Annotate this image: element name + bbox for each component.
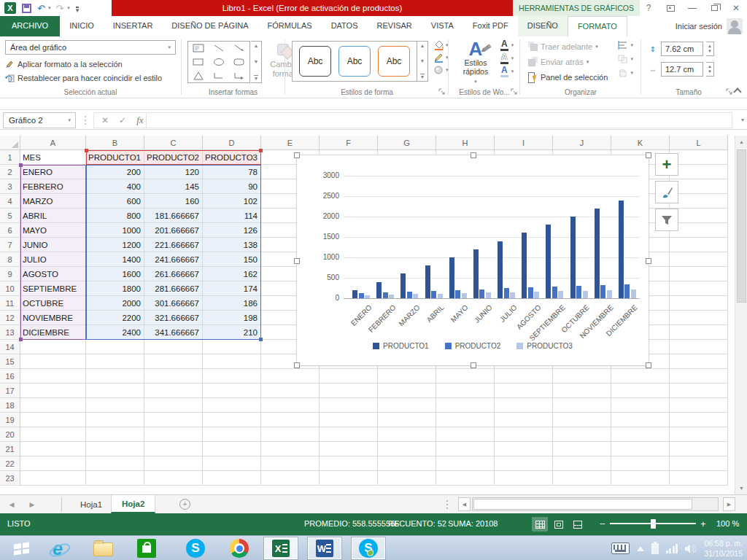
new-sheet-button[interactable]: + xyxy=(179,499,190,510)
cell-G21[interactable] xyxy=(378,442,436,456)
ribbon-tab-f-rmulas[interactable]: FÓRMULAS xyxy=(258,16,322,36)
touch-keyboard-icon[interactable] xyxy=(611,542,630,554)
chart-element-dropdown[interactable]: Área del gráfico ▾ xyxy=(5,40,176,55)
vertical-scroll-thumb[interactable] xyxy=(737,149,746,303)
cell-C6[interactable]: 201.666667 xyxy=(144,223,203,238)
chart-handle[interactable] xyxy=(646,152,651,158)
scroll-up-icon[interactable]: ▲ xyxy=(420,43,425,48)
cell-A11[interactable]: OCTUBRE xyxy=(20,296,86,311)
horizontal-scroll-track[interactable] xyxy=(472,497,719,511)
cell-A14[interactable] xyxy=(20,340,86,354)
column-header-c[interactable]: C xyxy=(144,136,203,150)
cell-A18[interactable] xyxy=(20,398,86,413)
cell-C8[interactable]: 241.666667 xyxy=(144,252,203,267)
cell-L16[interactable] xyxy=(670,369,728,384)
cell-D21[interactable] xyxy=(203,442,261,456)
cell-L9[interactable] xyxy=(670,267,728,281)
page-break-view-button[interactable] xyxy=(570,517,586,532)
cell-D17[interactable] xyxy=(203,384,261,398)
sheet-nav-right-icon[interactable]: ▶ xyxy=(23,495,41,513)
shape-style-preview-2[interactable]: Abc xyxy=(338,46,371,77)
cell-K16[interactable] xyxy=(611,369,670,384)
cell-G17[interactable] xyxy=(378,384,436,398)
cell-C14[interactable] xyxy=(144,340,203,354)
insert-function-icon[interactable]: fx xyxy=(136,114,143,126)
row-header-1[interactable]: 1 xyxy=(0,150,20,165)
cell-K23[interactable] xyxy=(611,471,670,486)
normal-view-button[interactable] xyxy=(532,517,548,532)
ribbon-tab-archivo[interactable]: ARCHIVO xyxy=(0,16,60,36)
cell-H19[interactable] xyxy=(436,413,495,427)
cell-F19[interactable] xyxy=(320,413,378,427)
close-button[interactable]: ✕ xyxy=(725,0,747,16)
chart-filters-button[interactable] xyxy=(655,209,678,231)
column-header-d[interactable]: D xyxy=(203,136,261,150)
cell-J18[interactable] xyxy=(553,398,611,413)
textbox-shape-icon[interactable] xyxy=(188,42,209,55)
cell-A23[interactable] xyxy=(20,471,86,486)
column-header-b[interactable]: B xyxy=(86,136,144,150)
cell-I19[interactable] xyxy=(495,413,553,427)
cell-A20[interactable] xyxy=(20,427,86,442)
width-input[interactable]: 12.7 cm xyxy=(661,62,703,77)
undo-caret-icon[interactable]: ▾ xyxy=(48,5,51,11)
shape-style-scrollbar[interactable]: ▲▼▼ xyxy=(417,41,428,82)
rotate-button[interactable]: ▾ xyxy=(618,69,633,77)
sheet-tab-hoja2[interactable]: Hoja2 xyxy=(111,495,155,513)
cell-B9[interactable]: 1600 xyxy=(86,267,144,281)
row-header-19[interactable]: 19 xyxy=(0,413,20,427)
cell-L23[interactable] xyxy=(670,471,728,486)
cell-B3[interactable]: 400 xyxy=(86,179,144,194)
cell-D12[interactable]: 198 xyxy=(203,311,261,325)
cell-D22[interactable] xyxy=(203,456,261,471)
restore-button[interactable] xyxy=(703,0,725,16)
cell-G19[interactable] xyxy=(378,413,436,427)
cell-A1[interactable]: MES xyxy=(20,150,86,165)
cell-B8[interactable]: 1400 xyxy=(86,252,144,267)
redo-icon[interactable]: ↶ xyxy=(56,4,64,13)
row-header-11[interactable]: 11 xyxy=(0,296,20,311)
shape-gallery[interactable] xyxy=(187,41,250,83)
sign-in[interactable]: Iniciar sesión xyxy=(676,16,743,36)
cell-K18[interactable] xyxy=(611,398,670,413)
cell-B14[interactable] xyxy=(86,340,144,354)
cell-J16[interactable] xyxy=(553,369,611,384)
redo-caret-icon[interactable]: ▾ xyxy=(67,5,70,11)
cell-C7[interactable]: 221.666667 xyxy=(144,238,203,252)
scroll-up-icon[interactable]: ▲ xyxy=(254,43,259,48)
cell-B15[interactable] xyxy=(86,354,144,369)
cell-D9[interactable]: 162 xyxy=(203,267,261,281)
cell-F21[interactable] xyxy=(320,442,378,456)
cell-E23[interactable] xyxy=(261,471,320,486)
cell-I17[interactable] xyxy=(495,384,553,398)
scroll-down-icon[interactable]: ▼ xyxy=(254,59,259,64)
column-header-i[interactable]: I xyxy=(495,136,553,150)
zoom-out-button[interactable]: − xyxy=(600,518,605,529)
cell-B19[interactable] xyxy=(86,413,144,427)
shape-styles-dialog-launcher[interactable] xyxy=(438,88,446,96)
row-header-4[interactable]: 4 xyxy=(0,194,20,209)
cell-B23[interactable] xyxy=(86,471,144,486)
cell-B17[interactable] xyxy=(86,384,144,398)
taskbar-file-explorer[interactable] xyxy=(86,537,120,559)
chart-styles-button[interactable] xyxy=(655,181,678,203)
cell-H18[interactable] xyxy=(436,398,495,413)
cell-G22[interactable] xyxy=(378,456,436,471)
zoom-level[interactable]: 100 % xyxy=(716,519,739,528)
column-header-k[interactable]: K xyxy=(611,136,670,150)
taskbar-chrome[interactable] xyxy=(222,537,256,559)
cell-C11[interactable]: 301.666667 xyxy=(144,296,203,311)
cell-J20[interactable] xyxy=(553,427,611,442)
cell-E20[interactable] xyxy=(261,427,320,442)
cell-G20[interactable] xyxy=(378,427,436,442)
page-layout-view-button[interactable] xyxy=(551,517,567,532)
cell-B4[interactable]: 600 xyxy=(86,194,144,209)
ribbon-tab-vista[interactable]: VISTA xyxy=(422,16,463,36)
cell-A2[interactable]: ENERO xyxy=(20,165,86,179)
cell-B21[interactable] xyxy=(86,442,144,456)
cell-F16[interactable] xyxy=(320,369,378,384)
taskbar-skype-desktop[interactable]: S xyxy=(352,537,385,559)
cell-B10[interactable]: 1800 xyxy=(86,281,144,296)
row-header-6[interactable]: 6 xyxy=(0,223,20,238)
cell-D11[interactable]: 186 xyxy=(203,296,261,311)
